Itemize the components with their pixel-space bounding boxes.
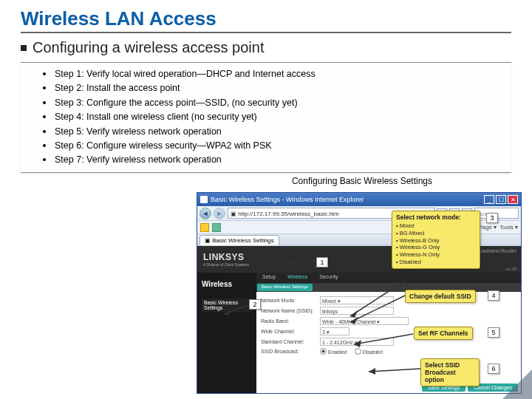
bullet-icon: [43, 144, 46, 147]
window-title: Basic Wireless Settings - Windows Intern…: [211, 196, 482, 203]
maximize-button[interactable]: ☐: [496, 195, 506, 204]
wide-select[interactable]: 3 ▾: [320, 327, 349, 335]
svg-line-6: [350, 296, 405, 322]
callout-rf: Set RF Channels: [414, 327, 473, 340]
list-item: Step 4: Install one wireless client (no …: [43, 110, 504, 124]
page-title: Wireless LAN Access: [21, 7, 511, 33]
nav-security[interactable]: Security: [313, 273, 344, 283]
step-text: Step 2: Install the access point: [55, 81, 180, 95]
svg-line-10: [369, 369, 420, 372]
callout-title: Select network mode:: [396, 214, 461, 221]
bcast-disabled-radio[interactable]: Disabled: [355, 349, 383, 355]
callout-network-mode: Select network mode: • Mixed • BG-Mixed …: [392, 211, 480, 269]
bullet-icon: [43, 101, 46, 104]
forward-button[interactable]: ►: [214, 208, 225, 219]
list-item: Step 5: Verify wireless network operatio…: [43, 125, 504, 139]
add-favorite-icon[interactable]: [212, 223, 221, 232]
list-item: Step 6: Configure wireless security—WPA2…: [43, 139, 504, 153]
nav-setup[interactable]: Setup: [256, 273, 282, 283]
logo-subtitle: A Division of Cisco Systems: [203, 262, 249, 267]
ssid-label: Network Name (SSID):: [261, 308, 320, 313]
nav-wireless[interactable]: Wireless: [282, 273, 313, 283]
callout-ssid: Change default SSID: [405, 290, 476, 303]
list-item: Step 1: Verify local wired operation—DHC…: [43, 67, 504, 81]
list-item: • Wireless-G Only: [396, 244, 476, 251]
bullet-icon: [43, 115, 46, 118]
marker-6: 6: [488, 364, 499, 374]
arrow-icon: [351, 332, 415, 347]
back-button[interactable]: ◄: [200, 208, 211, 219]
firmware-label: v1.00: [505, 267, 516, 271]
marker-5: 5: [488, 327, 499, 338]
bcast-enabled-radio[interactable]: Enabled: [320, 349, 347, 355]
page-menu[interactable]: Page ▾: [478, 224, 497, 231]
url-text: http://172.17.99.35/wireless_basic.htm: [238, 211, 339, 217]
list-item: Step 2: Install the access point: [43, 81, 504, 95]
bullet-icon: [43, 130, 46, 133]
step-text: Step 4: Install one wireless client (no …: [55, 110, 257, 124]
page-icon: [200, 196, 208, 203]
steps-list: Step 1: Verify local wired operation—DHC…: [21, 62, 511, 173]
std-label: Standard Channel:: [261, 339, 320, 344]
step-text: Step 7: Verify wireless network operatio…: [55, 153, 222, 167]
svg-line-8: [354, 334, 413, 344]
arrow-icon: [366, 366, 422, 375]
callout-broadcast: Select SSID Broadcast option: [420, 358, 480, 386]
linksys-logo: LINKSYS: [203, 252, 249, 262]
marker-4: 4: [488, 290, 499, 301]
list-item: Step 3: Configure the access point—SSID,…: [43, 96, 504, 110]
marker-3: 3: [486, 213, 498, 223]
svg-marker-3: [223, 310, 231, 316]
tools-menu[interactable]: Tools ▾: [499, 224, 518, 231]
window-titlebar: Basic Wireless Settings - Windows Intern…: [197, 193, 521, 206]
step-text: Step 3: Configure the access point—SSID,…: [55, 96, 298, 110]
close-button[interactable]: ✕: [508, 195, 518, 204]
favorites-icon[interactable]: [200, 223, 209, 232]
minimize-button[interactable]: _: [484, 195, 494, 204]
band-label: Radio Band:: [261, 318, 320, 324]
subnav-basic[interactable]: Basic Wireless Settings: [257, 284, 313, 291]
bullet-icon: [21, 45, 27, 51]
corner-decoration: [502, 369, 532, 399]
subtitle-text: Configuring a wireless access point: [33, 39, 265, 55]
router-sidebar: Wireless Basic Wireless Settings: [197, 273, 256, 393]
list-item: • Wireless-B Only: [396, 237, 476, 245]
step-text: Step 5: Verify wireless network operatio…: [55, 125, 222, 139]
arrow-icon: [347, 294, 406, 324]
bullet-icon: [43, 86, 46, 89]
marker-2: 2: [249, 299, 261, 310]
wide-label: Wide Channel:: [261, 329, 320, 334]
step-text: Step 1: Verify local wired operation—DHC…: [55, 67, 316, 81]
marker-1: 1: [316, 257, 328, 267]
step-text: Step 6: Configure wireless security—WPA2…: [55, 139, 272, 153]
svg-marker-7: [350, 317, 358, 324]
svg-marker-11: [369, 368, 375, 375]
sidebar-section-wireless: Wireless: [202, 280, 252, 288]
mode-label: Network Mode:: [261, 298, 320, 303]
figure-caption: Configuring Basic Wireless Settings: [213, 176, 511, 186]
list-item: Step 7: Verify wireless network operatio…: [43, 153, 504, 167]
list-item: • Mixed: [396, 222, 476, 230]
list-item: • BG-Mixed: [396, 230, 476, 237]
bcast-label: SSID Broadcast:: [261, 349, 320, 354]
browser-tab[interactable]: ▣ Basic Wireless Settings: [200, 235, 279, 245]
svg-marker-1: [284, 260, 290, 266]
list-item: • Disabled: [396, 259, 476, 266]
bullet-icon: [43, 72, 46, 75]
subtitle: Configuring a wireless access point: [21, 39, 511, 56]
bullet-icon: [43, 158, 46, 161]
list-item: • Wireless-N Only: [396, 251, 476, 259]
